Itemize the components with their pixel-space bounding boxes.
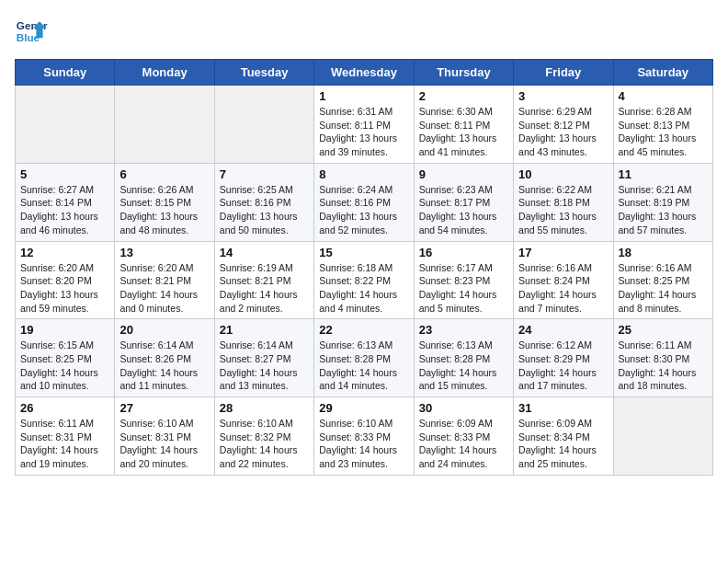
day-info: Sunrise: 6:09 AM Sunset: 8:33 PM Dayligh…	[419, 417, 508, 471]
day-number: 3	[518, 89, 608, 103]
day-info: Sunrise: 6:16 AM Sunset: 8:25 PM Dayligh…	[619, 261, 708, 316]
day-info: Sunrise: 6:14 AM Sunset: 8:26 PM Dayligh…	[119, 339, 209, 393]
calendar-cell: 20Sunrise: 6:14 AM Sunset: 8:26 PM Dayli…	[115, 319, 214, 397]
day-info: Sunrise: 6:10 AM Sunset: 8:33 PM Dayligh…	[319, 417, 408, 471]
day-number: 18	[619, 246, 708, 259]
day-number: 9	[419, 167, 508, 181]
calendar-cell: 25Sunrise: 6:11 AM Sunset: 8:30 PM Dayli…	[613, 319, 712, 397]
day-info: Sunrise: 6:23 AM Sunset: 8:17 PM Dayligh…	[419, 183, 508, 237]
weekday-header-monday: Monday	[115, 60, 214, 86]
day-number: 13	[119, 246, 209, 259]
day-info: Sunrise: 6:20 AM Sunset: 8:20 PM Dayligh…	[20, 261, 109, 316]
day-number: 6	[119, 167, 209, 181]
day-info: Sunrise: 6:11 AM Sunset: 8:30 PM Dayligh…	[619, 339, 708, 393]
calendar-cell: 24Sunrise: 6:12 AM Sunset: 8:29 PM Dayli…	[514, 319, 613, 397]
day-info: Sunrise: 6:22 AM Sunset: 8:18 PM Dayligh…	[518, 183, 608, 237]
day-number: 19	[20, 323, 109, 337]
day-info: Sunrise: 6:15 AM Sunset: 8:25 PM Dayligh…	[20, 339, 109, 393]
calendar-cell: 10Sunrise: 6:22 AM Sunset: 8:18 PM Dayli…	[514, 163, 613, 241]
day-number: 14	[220, 246, 309, 259]
calendar-cell: 23Sunrise: 6:13 AM Sunset: 8:28 PM Dayli…	[414, 319, 513, 397]
weekday-header-thursday: Thursday	[414, 60, 513, 86]
calendar-cell: 28Sunrise: 6:10 AM Sunset: 8:32 PM Dayli…	[214, 397, 313, 476]
day-info: Sunrise: 6:25 AM Sunset: 8:16 PM Dayligh…	[220, 183, 309, 237]
calendar-week-row: 12Sunrise: 6:20 AM Sunset: 8:20 PM Dayli…	[16, 241, 713, 319]
day-info: Sunrise: 6:24 AM Sunset: 8:16 PM Dayligh…	[319, 183, 408, 237]
day-info: Sunrise: 6:13 AM Sunset: 8:28 PM Dayligh…	[419, 339, 508, 393]
day-number: 17	[518, 246, 608, 259]
day-info: Sunrise: 6:17 AM Sunset: 8:23 PM Dayligh…	[419, 261, 508, 316]
day-info: Sunrise: 6:16 AM Sunset: 8:24 PM Dayligh…	[518, 261, 608, 316]
day-info: Sunrise: 6:31 AM Sunset: 8:11 PM Dayligh…	[319, 105, 408, 159]
calendar-cell: 6Sunrise: 6:26 AM Sunset: 8:15 PM Daylig…	[115, 163, 214, 241]
calendar-cell: 22Sunrise: 6:13 AM Sunset: 8:28 PM Dayli…	[314, 319, 414, 397]
weekday-header-row: SundayMondayTuesdayWednesdayThursdayFrid…	[16, 60, 713, 86]
calendar-cell: 9Sunrise: 6:23 AM Sunset: 8:17 PM Daylig…	[414, 163, 513, 241]
day-number: 21	[220, 323, 309, 337]
calendar-cell: 31Sunrise: 6:09 AM Sunset: 8:34 PM Dayli…	[514, 397, 613, 476]
day-number: 26	[20, 401, 109, 415]
day-info: Sunrise: 6:29 AM Sunset: 8:12 PM Dayligh…	[518, 105, 608, 159]
calendar-cell: 4Sunrise: 6:28 AM Sunset: 8:13 PM Daylig…	[613, 86, 712, 164]
day-info: Sunrise: 6:27 AM Sunset: 8:14 PM Dayligh…	[20, 183, 109, 237]
day-info: Sunrise: 6:20 AM Sunset: 8:21 PM Dayligh…	[119, 261, 209, 316]
logo: General Blue	[15, 15, 48, 48]
day-info: Sunrise: 6:18 AM Sunset: 8:22 PM Dayligh…	[319, 261, 408, 316]
day-number: 12	[20, 246, 109, 259]
calendar-cell: 21Sunrise: 6:14 AM Sunset: 8:27 PM Dayli…	[214, 319, 313, 397]
calendar-cell	[16, 86, 115, 164]
calendar-cell: 13Sunrise: 6:20 AM Sunset: 8:21 PM Dayli…	[115, 241, 214, 319]
day-info: Sunrise: 6:19 AM Sunset: 8:21 PM Dayligh…	[220, 261, 309, 316]
day-number: 27	[119, 401, 209, 415]
weekday-header-sunday: Sunday	[16, 60, 115, 86]
day-number: 28	[220, 401, 309, 415]
weekday-header-saturday: Saturday	[613, 60, 712, 86]
calendar-week-row: 19Sunrise: 6:15 AM Sunset: 8:25 PM Dayli…	[16, 319, 713, 397]
weekday-header-tuesday: Tuesday	[214, 60, 313, 86]
calendar-cell: 8Sunrise: 6:24 AM Sunset: 8:16 PM Daylig…	[314, 163, 414, 241]
calendar-cell: 26Sunrise: 6:11 AM Sunset: 8:31 PM Dayli…	[16, 397, 115, 476]
calendar-cell: 19Sunrise: 6:15 AM Sunset: 8:25 PM Dayli…	[16, 319, 115, 397]
logo-icon: General Blue	[15, 15, 48, 48]
day-number: 30	[419, 401, 508, 415]
calendar-cell: 2Sunrise: 6:30 AM Sunset: 8:11 PM Daylig…	[414, 86, 513, 164]
day-number: 1	[319, 89, 408, 103]
calendar-cell: 3Sunrise: 6:29 AM Sunset: 8:12 PM Daylig…	[514, 86, 613, 164]
day-number: 24	[518, 323, 608, 337]
day-number: 10	[518, 167, 608, 181]
day-number: 5	[20, 167, 109, 181]
calendar-cell: 17Sunrise: 6:16 AM Sunset: 8:24 PM Dayli…	[514, 241, 613, 319]
calendar-week-row: 5Sunrise: 6:27 AM Sunset: 8:14 PM Daylig…	[16, 163, 713, 241]
day-number: 4	[619, 89, 708, 103]
day-number: 11	[619, 167, 708, 181]
weekday-header-friday: Friday	[514, 60, 613, 86]
calendar-cell: 5Sunrise: 6:27 AM Sunset: 8:14 PM Daylig…	[16, 163, 115, 241]
day-number: 7	[220, 167, 309, 181]
day-info: Sunrise: 6:09 AM Sunset: 8:34 PM Dayligh…	[518, 417, 608, 471]
day-number: 23	[419, 323, 508, 337]
day-info: Sunrise: 6:13 AM Sunset: 8:28 PM Dayligh…	[319, 339, 408, 393]
calendar-cell	[613, 397, 712, 476]
day-info: Sunrise: 6:26 AM Sunset: 8:15 PM Dayligh…	[119, 183, 209, 237]
day-number: 16	[419, 246, 508, 259]
calendar-cell: 29Sunrise: 6:10 AM Sunset: 8:33 PM Dayli…	[314, 397, 414, 476]
day-number: 29	[319, 401, 408, 415]
day-info: Sunrise: 6:28 AM Sunset: 8:13 PM Dayligh…	[619, 105, 708, 159]
page-header: General Blue	[15, 15, 713, 48]
calendar-week-row: 26Sunrise: 6:11 AM Sunset: 8:31 PM Dayli…	[16, 397, 713, 476]
calendar-cell: 30Sunrise: 6:09 AM Sunset: 8:33 PM Dayli…	[414, 397, 513, 476]
day-info: Sunrise: 6:14 AM Sunset: 8:27 PM Dayligh…	[220, 339, 309, 393]
day-number: 2	[419, 89, 508, 103]
day-number: 15	[319, 246, 408, 259]
calendar-cell: 14Sunrise: 6:19 AM Sunset: 8:21 PM Dayli…	[214, 241, 313, 319]
calendar-cell: 15Sunrise: 6:18 AM Sunset: 8:22 PM Dayli…	[314, 241, 414, 319]
calendar-cell: 18Sunrise: 6:16 AM Sunset: 8:25 PM Dayli…	[613, 241, 712, 319]
day-number: 31	[518, 401, 608, 415]
day-number: 20	[119, 323, 209, 337]
day-info: Sunrise: 6:12 AM Sunset: 8:29 PM Dayligh…	[518, 339, 608, 393]
calendar-week-row: 1Sunrise: 6:31 AM Sunset: 8:11 PM Daylig…	[16, 86, 713, 164]
day-info: Sunrise: 6:11 AM Sunset: 8:31 PM Dayligh…	[20, 417, 109, 471]
calendar-cell: 11Sunrise: 6:21 AM Sunset: 8:19 PM Dayli…	[613, 163, 712, 241]
day-info: Sunrise: 6:30 AM Sunset: 8:11 PM Dayligh…	[419, 105, 508, 159]
calendar-cell: 27Sunrise: 6:10 AM Sunset: 8:31 PM Dayli…	[115, 397, 214, 476]
